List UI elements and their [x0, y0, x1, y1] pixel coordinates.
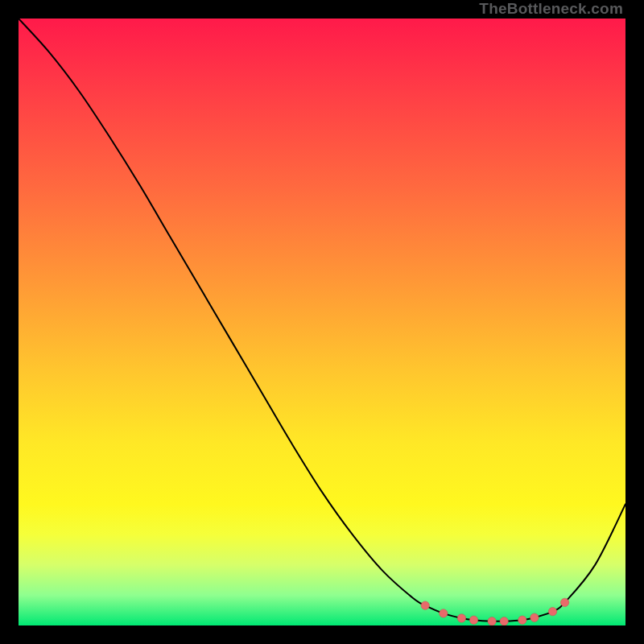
flat-zone-marker	[457, 614, 465, 622]
chart-container: TheBottleneck.com	[0, 0, 644, 644]
curve-layer	[19, 19, 625, 625]
flat-zone-marker	[440, 609, 448, 617]
flat-zone-marker	[560, 598, 568, 606]
marker-group	[421, 598, 569, 625]
bottleneck-curve	[19, 19, 625, 621]
flat-zone-marker	[500, 617, 508, 625]
flat-zone-marker	[530, 613, 539, 621]
flat-zone-marker	[488, 617, 496, 625]
flat-zone-marker	[421, 601, 429, 609]
flat-zone-marker	[518, 616, 526, 624]
watermark: TheBottleneck.com	[479, 0, 623, 19]
flat-zone-marker	[469, 616, 477, 624]
plot-area	[19, 19, 625, 625]
flat-zone-marker	[548, 607, 556, 615]
